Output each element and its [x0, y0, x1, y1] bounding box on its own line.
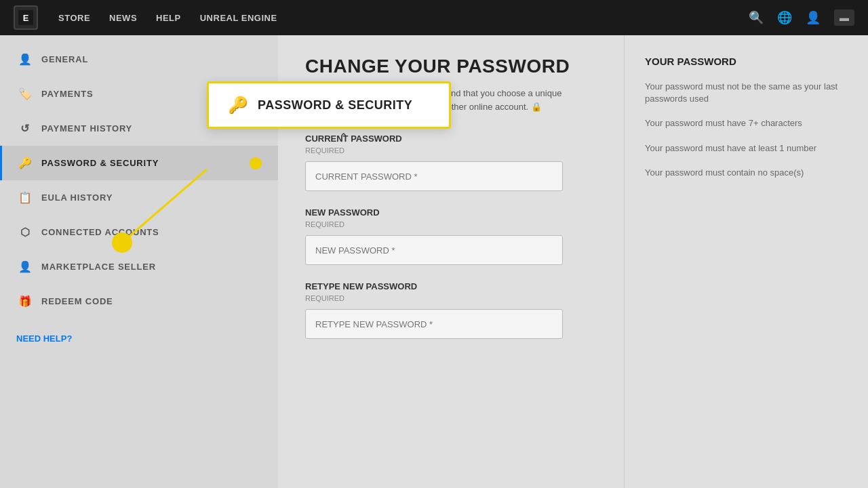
- retype-password-label: RETYPE NEW PASSWORD: [305, 281, 597, 291]
- payments-icon: 🏷️: [18, 87, 32, 100]
- tooltip-key-icon: 🔑: [228, 96, 248, 115]
- password-rule-3: Your password must contain no space(s): [645, 167, 848, 179]
- right-panel: YOUR PASSWORD Your password must not be …: [624, 35, 868, 488]
- new-password-required: REQUIRED: [305, 220, 597, 228]
- sidebar-item-password-security[interactable]: 🔑 PASSWORD & SECURITY: [0, 146, 278, 180]
- eula-icon: 📋: [18, 191, 32, 204]
- history-icon: ↺: [18, 122, 32, 135]
- need-help-link[interactable]: NEED HELP?: [16, 333, 72, 344]
- current-password-label: CURRENT PASSWORD: [305, 134, 597, 144]
- sidebar-item-connected-accounts[interactable]: ⬡ CONNECTED ACCOUNTS: [0, 215, 278, 249]
- nav-right: 🔍 🌐 👤 ▬: [749, 9, 854, 26]
- tooltip-overlay: 🔑 PASSWORD & SECURITY ⌃: [207, 81, 451, 129]
- language-icon[interactable]: 🌐: [777, 10, 792, 25]
- sidebar-label-marketplace-seller: MARKETPLACE SELLER: [41, 262, 156, 272]
- current-password-section: CURRENT PASSWORD REQUIRED: [305, 134, 597, 191]
- sidebar-item-redeem-code[interactable]: 🎁 REDEEM CODE: [0, 284, 278, 319]
- sidebar-bottom: NEED HELP?: [0, 319, 278, 358]
- right-panel-title: YOUR PASSWORD: [645, 56, 848, 67]
- sidebar-label-payment-history: PAYMENT HISTORY: [41, 123, 132, 134]
- retype-password-required: REQUIRED: [305, 294, 597, 302]
- page-title: CHANGE YOUR PASSWORD: [305, 56, 597, 77]
- password-rule-2: Your password must have at least 1 numbe…: [645, 142, 848, 155]
- current-password-required: REQUIRED: [305, 146, 597, 155]
- cursor-icon: ⌃: [339, 131, 348, 144]
- retype-password-section: RETYPE NEW PASSWORD REQUIRED: [305, 281, 597, 339]
- current-password-input[interactable]: [305, 161, 563, 191]
- nav-store[interactable]: STORE: [58, 13, 90, 23]
- key-icon: 🔑: [18, 157, 32, 169]
- sidebar-label-payments: PAYMENTS: [41, 89, 93, 99]
- sidebar-label-password-security: PASSWORD & SECURITY: [41, 158, 159, 168]
- sidebar-item-eula-history[interactable]: 📋 EULA HISTORY: [0, 180, 278, 215]
- redeem-icon: 🎁: [18, 295, 32, 308]
- nav-unreal-engine[interactable]: UNREAL ENGINE: [200, 13, 277, 23]
- main-layout: 👤 GENERAL 🏷️ PAYMENTS ↺ PAYMENT HISTORY …: [0, 35, 868, 488]
- nav-help[interactable]: HELP: [156, 13, 181, 23]
- search-icon[interactable]: 🔍: [749, 10, 764, 25]
- epic-games-logo[interactable]: E: [14, 5, 38, 30]
- new-password-input[interactable]: [305, 235, 563, 265]
- menu-icon[interactable]: ▬: [834, 9, 854, 26]
- sidebar-label-general: GENERAL: [41, 54, 88, 64]
- password-rule-1: Your password must have 7+ characters: [645, 117, 848, 129]
- general-icon: 👤: [18, 53, 32, 66]
- retype-password-input[interactable]: [305, 309, 563, 339]
- new-password-label: NEW PASSWORD: [305, 207, 597, 218]
- tooltip-label: PASSWORD & SECURITY: [258, 98, 412, 113]
- nav-links: STORE NEWS HELP UNREAL ENGINE: [58, 13, 277, 23]
- password-rule-0: Your password must not be the same as yo…: [645, 81, 848, 105]
- new-password-section: NEW PASSWORD REQUIRED: [305, 207, 597, 265]
- connected-icon: ⬡: [18, 226, 32, 239]
- sidebar-item-marketplace-seller[interactable]: 👤 MARKETPLACE SELLER: [0, 249, 278, 284]
- sidebar-label-connected-accounts: CONNECTED ACCOUNTS: [41, 227, 159, 237]
- sidebar-item-general[interactable]: 👤 GENERAL: [0, 42, 278, 77]
- top-navigation: E STORE NEWS HELP UNREAL ENGINE 🔍 🌐 👤 ▬: [0, 0, 868, 35]
- seller-icon: 👤: [18, 260, 32, 273]
- lock-icon: 🔒: [531, 102, 542, 112]
- sidebar-label-eula-history: EULA HISTORY: [41, 192, 113, 203]
- user-icon[interactable]: 👤: [806, 10, 821, 25]
- tooltip-box: 🔑 PASSWORD & SECURITY: [207, 81, 451, 129]
- nav-news[interactable]: NEWS: [109, 13, 137, 23]
- active-indicator: [250, 157, 262, 169]
- sidebar-label-redeem-code: REDEEM CODE: [41, 296, 113, 306]
- svg-text:E: E: [23, 13, 29, 23]
